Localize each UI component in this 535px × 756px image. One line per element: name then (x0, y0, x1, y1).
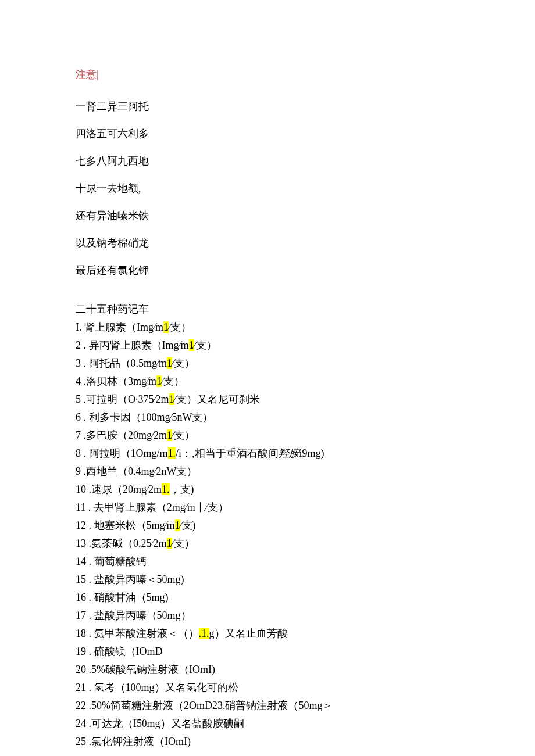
drug-number: 20 (76, 664, 86, 675)
drug-text-pre: . 利多卡因（100mg⁄5nW支） (81, 411, 213, 423)
drug-text-post2: i9mg) (299, 447, 324, 459)
mnemonic-line: 最后还有氯化钾 (76, 263, 459, 278)
drug-text-post: ⁄支） (172, 429, 195, 441)
drug-item: 8 . 阿拉明（1Omg/m1./i：,相当于重酒石酸间羟胺i9mg) (76, 446, 459, 461)
drug-number: 18 (76, 628, 86, 639)
drug-text-post: /i：,相当于重酒石酸间 (176, 447, 279, 459)
drug-number: 25 (76, 736, 86, 747)
drug-text-pre: . 地塞米松（5mg⁄m (86, 519, 175, 531)
mnemonic-block: 一肾二异三阿托 四洛五可六利多 七多八阿九西地 十尿一去地额, 还有异油嗪米铁 … (76, 99, 459, 278)
drug-text-pre: .氯化钾注射液（IOmI) (86, 736, 191, 747)
drug-number: 13 (76, 538, 86, 549)
drug-item: 4 .洛贝林（3mg⁄m1⁄支） (76, 374, 459, 389)
drug-item: 19 . 硫酸镁（IOmD (76, 644, 459, 660)
drug-number: 3 (76, 357, 81, 369)
mnemonic-line: 十尿一去地额, (76, 181, 459, 196)
highlight-text: 1. (168, 447, 176, 459)
drug-item: 22 .50%简萄糖注射液（2OmD23.硝普钠注射液（50mg＞ (76, 698, 459, 714)
drug-text-pre: . 异丙肾上腺素（Img⁄m (81, 339, 189, 351)
drug-text-post: ⁄支） (194, 339, 217, 351)
drug-number: 14 (76, 556, 86, 567)
drug-number: 12 (76, 519, 86, 531)
drug-text-pre: .可达龙（I5θmg）又名盐酸胺碘嗣 (86, 718, 244, 729)
drug-text-pre: .速尿（20mg⁄2m (86, 483, 162, 495)
drug-item: 7 .多巴胺（20mg⁄2m1⁄支） (76, 428, 459, 443)
highlight-text: 1. (162, 483, 170, 495)
drug-item: 18 . 氨甲苯酸注射液＜（）.1.g）又名止血芳酸 (76, 626, 459, 642)
highlight-text: 1 (175, 519, 180, 531)
drug-text-pre: . 盐酸异丙嗪＜50mg) (86, 574, 184, 585)
drug-text-pre: . 阿托品（0.5mg⁄m (81, 357, 167, 369)
drug-text-pre: .西地兰（0.4mg⁄2nW支） (81, 465, 198, 477)
drug-list: I. 肾上腺素（Img⁄m1⁄支）2 . 异丙肾上腺素（Img⁄m1⁄支）3 .… (76, 320, 459, 750)
highlight-text: 1 (163, 321, 169, 333)
drug-item: 2 . 异丙肾上腺素（Img⁄m1⁄支） (76, 338, 459, 353)
drug-text-pre: . 葡萄糖酸钙 (86, 556, 147, 567)
drug-number: 7 (76, 429, 81, 441)
drug-item: 3 . 阿托品（0.5mg⁄m1⁄支） (76, 356, 459, 371)
highlight-text: 1 (167, 429, 172, 441)
drug-number: 19 (76, 646, 86, 657)
highlight-text: 1 (156, 375, 162, 387)
drug-item: I. 肾上腺素（Img⁄m1⁄支） (76, 320, 459, 335)
drug-number: 10 (76, 483, 86, 495)
drug-text-post: ⁄支）又名尼可刹米 (174, 393, 260, 405)
drug-item: 21 . 氢考（100mg）又名氢化可的松 (76, 680, 459, 696)
drug-item: 25 .氯化钾注射液（IOmI) (76, 734, 459, 750)
drug-text-post: ，支) (170, 483, 194, 495)
drug-text-post: ⁄支） (162, 375, 184, 387)
drug-item: 17 . 盐酸异丙嗪（50mg） (76, 608, 459, 624)
drug-item: 15 . 盐酸异丙嗪＜50mg) (76, 572, 459, 587)
drug-text-pre: . 氨甲苯酸注射液＜（） (86, 628, 199, 639)
highlight-text: 1 (189, 339, 194, 351)
mnemonic-line: 还有异油嗪米铁 (76, 208, 459, 224)
drug-item: 5 .可拉明（O·375⁄2m1⁄支）又名尼可刹米 (76, 392, 459, 407)
drug-text-pre: . 盐酸异丙嗪（50mg） (86, 610, 191, 621)
drug-text-pre: 肾上腺素（Img⁄m (82, 321, 164, 333)
drug-number: 5 (76, 393, 81, 405)
highlight-text: .1. (199, 628, 209, 639)
mnemonic-line: 七多八阿九西地 (76, 153, 459, 169)
drug-number: 24 (76, 718, 86, 729)
drug-text-post: ⁄支） (172, 357, 195, 369)
drug-item: 13 .氨茶碱（0.25⁄2m1⁄支） (76, 536, 459, 551)
drug-number: 21 (76, 682, 86, 693)
drug-number: I. (76, 321, 82, 333)
drug-text-pre: .洛贝林（3mg⁄m (81, 375, 156, 387)
drug-text-pre: .多巴胺（20mg⁄2m (81, 429, 167, 441)
drug-item: 20 .5%碳酸氧钠注射液（IOmI) (76, 662, 459, 678)
note-header: 注意| (76, 67, 459, 83)
document-page: 注意| 一肾二异三阿托 四洛五可六利多 七多八阿九西地 十尿一去地额, 还有异油… (0, 0, 535, 756)
drug-text-post: ⁄支） (172, 538, 195, 549)
drug-number: 11 (76, 501, 85, 513)
drug-text-post: ⁄支) (180, 519, 196, 531)
mnemonic-line: 以及钠考棉硝龙 (76, 235, 459, 251)
italic-text: 羟胺 (279, 447, 299, 459)
drug-number: 4 (76, 375, 81, 387)
drug-number: 22 (76, 700, 86, 711)
drug-number: 2 (76, 339, 81, 351)
drug-item: 11 . 去甲肾上腺素（2mg⁄m㇑⁄支） (76, 500, 459, 515)
drug-text-pre: .可拉明（O·375⁄2m (81, 393, 169, 405)
drug-text-pre: . 阿拉明（1Omg/m (81, 447, 168, 459)
drug-text-pre: .50%简萄糖注射液（2OmD23.硝普钠注射液（50mg＞ (86, 700, 333, 711)
drug-text-pre: . 去甲肾上腺素（2mg⁄m㇑⁄支） (85, 501, 229, 513)
drug-text-post: g）又名止血芳酸 (209, 628, 288, 639)
drug-text-pre: . 硫酸镁（IOmD (86, 646, 163, 657)
drug-text-pre: . 硝酸甘油（5mg) (86, 592, 169, 603)
drug-text-post: ⁄支） (169, 321, 191, 333)
drug-item: 14 . 葡萄糖酸钙 (76, 554, 459, 569)
drug-item: 12 . 地塞米松（5mg⁄m1⁄支) (76, 518, 459, 533)
drug-text-pre: . 氢考（100mg）又名氢化可的松 (86, 682, 238, 693)
drug-item: 6 . 利多卡因（100mg⁄5nW支） (76, 410, 459, 425)
drug-item: 16 . 硝酸甘油（5mg) (76, 590, 459, 605)
drug-text-pre: .5%碳酸氧钠注射液（IOmI) (86, 664, 215, 675)
drug-item: 10 .速尿（20mg⁄2m1.，支) (76, 482, 459, 497)
drug-number: 8 (76, 447, 81, 459)
drug-item: 9 .西地兰（0.4mg⁄2nW支） (76, 464, 459, 479)
drug-number: 17 (76, 610, 86, 621)
highlight-text: 1 (167, 538, 172, 549)
drug-text-pre: .氨茶碱（0.25⁄2m (86, 538, 167, 549)
highlight-text: 1 (167, 357, 172, 369)
mnemonic-line: 一肾二异三阿托 (76, 99, 459, 114)
